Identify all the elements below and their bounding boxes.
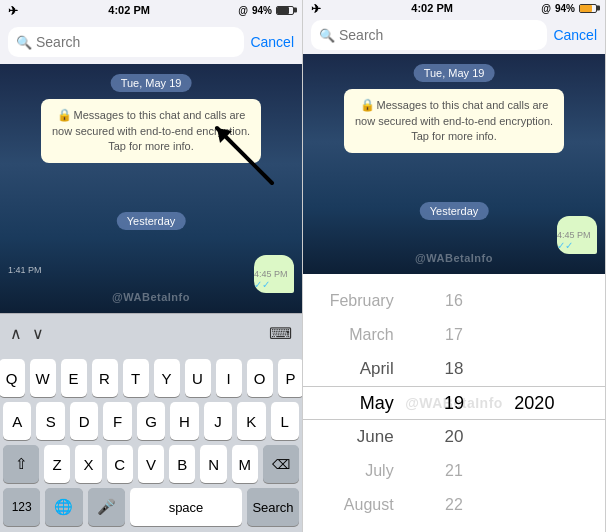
key-W[interactable]: W [30, 359, 56, 397]
key-R[interactable]: R [92, 359, 118, 397]
date-badge-left: Tue, May 19 [111, 74, 192, 92]
search-input-wrap-left[interactable]: 🔍 [8, 27, 244, 57]
yesterday-badge-left: Yesterday [117, 212, 186, 230]
picker-day-21[interactable]: 21 [445, 454, 463, 488]
battery-pct-right: 94% [555, 3, 575, 14]
search-input-right[interactable] [339, 27, 539, 43]
picker-month-august[interactable]: August [344, 488, 394, 522]
key-B[interactable]: B [169, 445, 195, 483]
status-left: ✈ [8, 4, 20, 16]
keyboard-toolbar-left: ∧ ∨ ⌨ [0, 313, 302, 353]
watermark-right-chat: @WABetaInfo [415, 252, 493, 264]
key-delete[interactable]: ⌫ [263, 445, 299, 483]
key-E[interactable]: E [61, 359, 87, 397]
picker-month-february[interactable]: February [330, 284, 394, 318]
key-T[interactable]: T [123, 359, 149, 397]
search-input-left[interactable] [36, 34, 236, 50]
key-I[interactable]: I [216, 359, 242, 397]
key-N[interactable]: N [200, 445, 226, 483]
picker-day-col[interactable]: 16 17 18 19 20 21 22 [404, 284, 505, 522]
key-shift[interactable]: ⇧ [3, 445, 39, 483]
kb-row-2: A S D F G H J K L [3, 402, 299, 440]
keyboard-left: Q W E R T Y U I O P A S D F G H J K L ⇧ … [0, 353, 302, 532]
out-bubble-right: 4:45 PM ✓✓ [557, 216, 597, 254]
picker-month-col[interactable]: February March April May June July Augus… [303, 284, 404, 522]
key-J[interactable]: J [204, 402, 232, 440]
key-Y[interactable]: Y [154, 359, 180, 397]
picker-day-17[interactable]: 17 [445, 318, 463, 352]
key-V[interactable]: V [138, 445, 164, 483]
key-mic[interactable]: 🎤 [88, 488, 125, 526]
status-time-right: 4:02 PM [411, 2, 453, 14]
picker-year-col[interactable]: 2020 [504, 284, 605, 522]
time-label-left: 1:41 PM [8, 265, 42, 275]
search-input-wrap-right[interactable]: 🔍 [311, 20, 547, 50]
key-Q[interactable]: Q [0, 359, 25, 397]
status-left-right: ✈ [311, 2, 323, 14]
picker-month-april[interactable]: April [360, 352, 394, 386]
key-O[interactable]: O [247, 359, 273, 397]
kb-row-1: Q W E R T Y U I O P [3, 359, 299, 397]
picker-day-16[interactable]: 16 [445, 284, 463, 318]
key-space[interactable]: space [130, 488, 242, 526]
key-P[interactable]: P [278, 359, 304, 397]
key-U[interactable]: U [185, 359, 211, 397]
search-bar-left: 🔍 Cancel [0, 20, 302, 64]
search-glass-icon-right: 🔍 [319, 28, 335, 43]
left-panel: ✈ 4:02 PM @ 94% 🔍 Cancel Tue, May 19 🔒Me… [0, 0, 303, 532]
status-right-right: @ 94% [541, 3, 597, 14]
key-globe[interactable]: 🌐 [45, 488, 82, 526]
status-right-left: @ 94% [238, 5, 294, 16]
battery-at-right: @ [541, 3, 551, 14]
airplane-icon: ✈ [8, 4, 20, 16]
battery-bar-left [276, 6, 294, 15]
out-bubble-left: 4:45 PM ✓✓ [254, 255, 294, 293]
chat-area-right: Tue, May 19 🔒Messages to this chat and c… [303, 54, 605, 274]
ticks-right: ✓✓ [557, 240, 573, 251]
picker-day-22[interactable]: 22 [445, 488, 463, 522]
yesterday-badge-right: Yesterday [420, 202, 489, 220]
status-bar-right: ✈ 4:02 PM @ 94% [303, 0, 605, 17]
date-picker[interactable]: @WABetaInfo February March April May Jun… [303, 274, 605, 532]
key-D[interactable]: D [70, 402, 98, 440]
key-M[interactable]: M [232, 445, 258, 483]
chevron-down-btn[interactable]: ∨ [32, 324, 44, 343]
picker-day-19[interactable]: 19 [444, 386, 464, 420]
picker-month-june[interactable]: June [357, 420, 394, 454]
out-bubble-time-left: 4:45 PM ✓✓ [254, 269, 289, 290]
key-F[interactable]: F [103, 402, 131, 440]
chevron-up-btn[interactable]: ∧ [10, 324, 22, 343]
status-time-left: 4:02 PM [108, 4, 150, 16]
key-G[interactable]: G [137, 402, 165, 440]
key-S[interactable]: S [36, 402, 64, 440]
search-bar-right: 🔍 Cancel [303, 17, 605, 54]
picker-year-2020[interactable]: 2020 [514, 386, 554, 420]
picker-day-18[interactable]: 18 [445, 352, 464, 386]
key-L[interactable]: L [271, 402, 299, 440]
lock-icon-right: 🔒 [360, 98, 375, 112]
key-X[interactable]: X [75, 445, 101, 483]
key-numbers[interactable]: 123 [3, 488, 40, 526]
key-Z[interactable]: Z [44, 445, 70, 483]
picker-month-may[interactable]: May [360, 386, 394, 420]
kb-row-3: ⇧ Z X C V B N M ⌫ [3, 445, 299, 483]
search-glass-icon-left: 🔍 [16, 35, 32, 50]
out-bubble-time-right: 4:45 PM ✓✓ [557, 230, 592, 251]
key-K[interactable]: K [237, 402, 265, 440]
picker-day-20[interactable]: 20 [445, 420, 464, 454]
date-badge-right: Tue, May 19 [414, 64, 495, 82]
picker-month-july[interactable]: July [365, 454, 393, 488]
key-A[interactable]: A [3, 402, 31, 440]
keyboard-icon[interactable]: ⌨ [269, 324, 292, 343]
key-C[interactable]: C [107, 445, 133, 483]
lock-icon-left: 🔒 [57, 108, 72, 122]
cancel-button-left[interactable]: Cancel [250, 34, 294, 50]
chat-area-left: Tue, May 19 🔒Messages to this chat and c… [0, 64, 302, 313]
key-search[interactable]: Search [247, 488, 299, 526]
airplane-icon-right: ✈ [311, 2, 323, 14]
key-H[interactable]: H [170, 402, 198, 440]
cancel-button-right[interactable]: Cancel [553, 27, 597, 43]
picker-month-march[interactable]: March [349, 318, 393, 352]
watermark-left: @WABetaInfo [112, 291, 190, 303]
battery-icon-left: @ [238, 5, 248, 16]
